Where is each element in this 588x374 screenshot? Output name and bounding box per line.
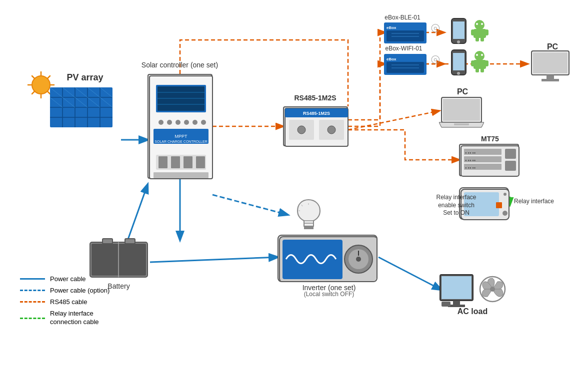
phone-ble-icon — [450, 17, 468, 42]
solar-controller-label: Solar controller (one set) — [136, 61, 224, 69]
ac-load-label: AC load — [440, 307, 505, 316]
svg-rect-54 — [158, 156, 168, 168]
ebox-ble: eBox — [384, 22, 426, 43]
svg-line-3 — [212, 195, 288, 215]
svg-point-136 — [502, 211, 508, 216]
svg-rect-142 — [442, 302, 450, 307]
inverter-sublabel: (Local switch OFF) — [279, 291, 379, 298]
svg-rect-73 — [102, 239, 112, 244]
svg-rect-110 — [474, 60, 486, 69]
svg-rect-74 — [125, 239, 135, 244]
legend-power-cable-option: Power cable (option) — [20, 287, 110, 294]
svg-rect-58 — [154, 172, 208, 178]
svg-rect-85 — [386, 30, 424, 41]
pc-main-label: PC — [448, 87, 478, 96]
svg-text:● ●● ●●: ● ●● ●● — [465, 151, 476, 154]
svg-rect-129 — [505, 161, 516, 171]
ac-load-fan — [479, 276, 506, 305]
solar-controller: MPPT SOLAR CHARGE CONTROLLER — [148, 74, 212, 179]
svg-rect-113 — [476, 67, 479, 72]
svg-point-44 — [158, 120, 164, 125]
svg-text:● ●● ●●: ● ●● ●● — [465, 159, 476, 162]
phone-wifi-icon — [450, 49, 468, 74]
svg-rect-90 — [386, 62, 424, 73]
svg-point-98 — [474, 20, 484, 30]
legend-power-cable: Power cable — [20, 275, 110, 283]
mt75-device: ● ●● ●● ● ●● ●● ● ●● ●● — [459, 144, 519, 176]
pv-array-label: PV array — [50, 72, 120, 83]
svg-text:eBox: eBox — [386, 25, 396, 30]
svg-rect-137 — [496, 202, 502, 208]
ebox-ble-label: eBox-BLE-01 — [378, 14, 428, 21]
svg-point-46 — [176, 120, 180, 125]
android-ble-icon — [471, 19, 488, 41]
svg-point-45 — [167, 120, 172, 125]
svg-point-47 — [184, 120, 189, 125]
svg-rect-55 — [171, 156, 180, 168]
svg-rect-68 — [304, 226, 314, 229]
svg-point-135 — [504, 193, 506, 196]
svg-text:SOLAR CHARGE CONTROLLER: SOLAR CHARGE CONTROLLER — [154, 140, 207, 143]
svg-point-48 — [192, 120, 198, 125]
legend-line-dashed-green — [20, 318, 45, 319]
pc-main-icon — [439, 96, 484, 129]
svg-rect-120 — [542, 79, 559, 81]
svg-rect-123 — [454, 123, 469, 125]
ebox-wifi: eBox — [384, 54, 426, 75]
dc-load-icon — [295, 197, 322, 230]
svg-rect-128 — [505, 149, 516, 159]
svg-rect-139 — [442, 276, 472, 299]
svg-text:⦾: ⦾ — [431, 22, 440, 33]
svg-point-109 — [474, 51, 484, 61]
svg-rect-122 — [443, 99, 480, 121]
svg-text:RS485-1M2S: RS485-1M2S — [303, 111, 330, 116]
svg-rect-114 — [480, 67, 484, 72]
svg-rect-56 — [184, 156, 192, 168]
svg-rect-118 — [533, 52, 568, 73]
svg-rect-57 — [196, 156, 205, 168]
svg-rect-102 — [476, 36, 479, 41]
svg-rect-101 — [484, 29, 488, 35]
svg-text:MPPT: MPPT — [174, 134, 188, 139]
legend-label-power: Power cable — [50, 275, 86, 283]
svg-text:⦾: ⦾ — [431, 53, 440, 65]
pc-top-icon — [529, 50, 572, 82]
svg-rect-99 — [474, 29, 486, 38]
svg-line-7 — [348, 111, 439, 130]
svg-rect-119 — [546, 75, 554, 79]
svg-point-65 — [328, 126, 336, 134]
svg-rect-78 — [282, 240, 342, 279]
legend-relay-cable: Relay interfaceconnection cable — [20, 310, 110, 327]
wifi-icon-wifi: ⦾ — [431, 52, 446, 67]
svg-point-105 — [481, 23, 483, 25]
ebox-wifi-label: eBox-WIFI-01 — [378, 45, 430, 52]
svg-line-19 — [32, 91, 34, 94]
legend-line-solid-blue — [20, 278, 45, 280]
svg-rect-111 — [471, 60, 475, 66]
legend-rs485-cable: RS485 cable — [20, 298, 110, 306]
svg-rect-100 — [471, 29, 475, 35]
svg-point-64 — [298, 126, 306, 134]
svg-line-4 — [150, 257, 278, 262]
svg-point-97 — [457, 40, 460, 43]
diagram: { "title": "Solar System Connection Diag… — [0, 0, 588, 374]
legend-line-dashed-orange — [20, 301, 45, 303]
pv-array — [50, 82, 115, 130]
wifi-icon-ble: ⦾ — [431, 21, 446, 36]
legend-label-power-option: Power cable (option) — [50, 287, 110, 294]
android-wifi-icon — [471, 50, 488, 72]
relay-interface-label: Relay interfaceenable switchSet to ON — [428, 194, 485, 217]
svg-rect-96 — [453, 21, 464, 39]
battery-icon — [88, 235, 150, 280]
svg-text:eBox: eBox — [386, 57, 396, 61]
svg-line-16 — [32, 76, 34, 78]
svg-rect-107 — [453, 53, 464, 70]
svg-rect-112 — [484, 60, 488, 66]
svg-line-5 — [378, 257, 441, 290]
legend-label-relay: Relay interfaceconnection cable — [50, 310, 99, 327]
svg-rect-140 — [453, 301, 460, 305]
svg-text:● ●● ●●: ● ●● ●● — [465, 166, 476, 169]
relay-interface-right-label: Relay interface — [514, 197, 552, 206]
svg-point-81 — [356, 257, 361, 262]
svg-rect-103 — [480, 36, 484, 41]
